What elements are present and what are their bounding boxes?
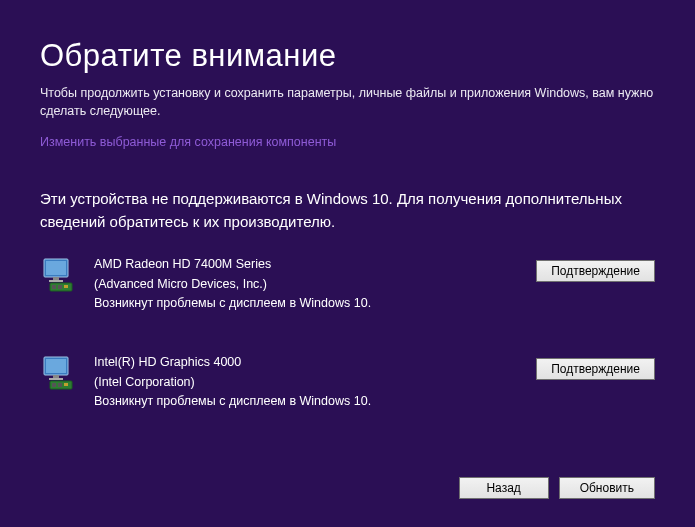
svg-rect-13: [52, 383, 56, 387]
svg-rect-6: [58, 285, 62, 289]
svg-rect-10: [53, 375, 59, 378]
device-vendor: (Intel Corporation): [94, 373, 518, 392]
svg-rect-7: [64, 285, 68, 288]
display-adapter-icon: [40, 257, 76, 293]
page-title: Обратите внимание: [40, 38, 655, 74]
svg-rect-15: [64, 383, 68, 386]
device-name: AMD Radeon HD 7400M Series: [94, 255, 518, 274]
svg-rect-3: [49, 280, 63, 282]
update-button[interactable]: Обновить: [559, 477, 655, 499]
svg-rect-5: [52, 285, 56, 289]
svg-rect-14: [58, 383, 62, 387]
device-row: AMD Radeon HD 7400M Series (Advanced Mic…: [40, 255, 655, 313]
device-row: Intel(R) HD Graphics 4000 (Intel Corpora…: [40, 353, 655, 411]
device-vendor: (Advanced Micro Devices, Inc.): [94, 275, 518, 294]
change-components-link[interactable]: Изменить выбранные для сохранения компон…: [40, 135, 336, 149]
device-issue: Возникнут проблемы с дисплеем в Windows …: [94, 294, 518, 313]
device-info: AMD Radeon HD 7400M Series (Advanced Mic…: [94, 255, 518, 313]
unsupported-devices-heading: Эти устройства не поддерживаются в Windo…: [40, 188, 655, 233]
footer-actions: Назад Обновить: [459, 477, 655, 499]
svg-rect-11: [49, 378, 63, 380]
page-subtitle: Чтобы продолжить установку и сохранить п…: [40, 84, 655, 120]
device-name: Intel(R) HD Graphics 4000: [94, 353, 518, 372]
svg-rect-1: [46, 261, 66, 275]
display-adapter-icon: [40, 355, 76, 391]
back-button[interactable]: Назад: [459, 477, 549, 499]
device-issue: Возникнут проблемы с дисплеем в Windows …: [94, 392, 518, 411]
confirm-button[interactable]: Подтверждение: [536, 358, 655, 380]
svg-rect-9: [46, 359, 66, 373]
svg-rect-2: [53, 277, 59, 280]
confirm-button[interactable]: Подтверждение: [536, 260, 655, 282]
device-info: Intel(R) HD Graphics 4000 (Intel Corpora…: [94, 353, 518, 411]
